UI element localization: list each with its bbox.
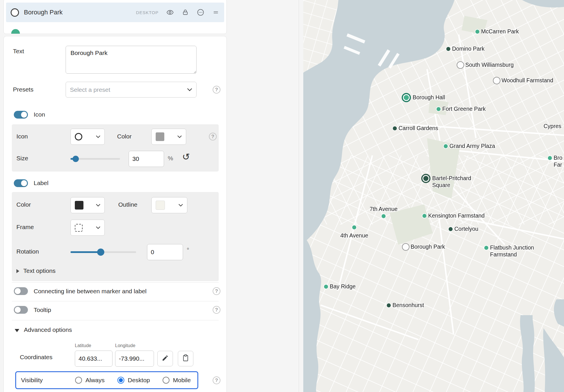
advanced-expander-icon[interactable] bbox=[15, 328, 19, 333]
marker-dot[interactable] bbox=[422, 175, 429, 182]
marker-dot[interactable] bbox=[381, 214, 386, 219]
marker-label: Flatbush JunctionFarmstand bbox=[490, 244, 534, 258]
presets-help-icon[interactable]: ? bbox=[213, 86, 220, 94]
rotation-slider[interactable] bbox=[70, 251, 136, 253]
size-unit: % bbox=[168, 155, 173, 162]
size-slider[interactable] bbox=[70, 158, 120, 160]
eye-icon[interactable] bbox=[166, 9, 174, 16]
map-canvas[interactable]: McCarren ParkDomino ParkSouth Williamsbu… bbox=[303, 0, 564, 392]
icon-toggle[interactable] bbox=[14, 111, 28, 119]
rotation-slider-thumb[interactable] bbox=[97, 249, 104, 256]
icon-color-select[interactable] bbox=[151, 129, 186, 145]
rotation-input[interactable] bbox=[147, 244, 183, 260]
marker-label: Grand Army Plaza bbox=[449, 142, 495, 149]
radio-desktop-label[interactable]: Desktop bbox=[128, 377, 150, 384]
marker-settings-panel: Text Borough Park Presets Select a prese… bbox=[3, 36, 227, 392]
coordinates-label: Coordinates bbox=[20, 354, 52, 361]
icon-shape-label: Icon bbox=[16, 133, 28, 140]
connecting-line-help-icon[interactable]: ? bbox=[213, 287, 220, 295]
edit-coordinates-button[interactable] bbox=[157, 351, 173, 366]
chevron-down-icon bbox=[96, 226, 100, 229]
frame-select[interactable] bbox=[70, 220, 105, 236]
radio-mobile-label[interactable]: Mobile bbox=[173, 377, 191, 384]
marker-dot[interactable] bbox=[352, 225, 357, 230]
circle-shape-icon bbox=[75, 133, 82, 140]
marker-dot[interactable] bbox=[436, 106, 441, 112]
text-options-label[interactable]: Text options bbox=[23, 267, 56, 274]
marker-dot[interactable] bbox=[443, 144, 448, 149]
size-input[interactable] bbox=[129, 151, 164, 167]
light-color-swatch bbox=[156, 201, 165, 210]
chevron-down-icon bbox=[96, 135, 100, 138]
rotation-label: Rotation bbox=[16, 248, 39, 255]
more-options-icon[interactable] bbox=[197, 9, 204, 16]
text-options-expander-icon[interactable] bbox=[16, 269, 19, 274]
drag-handle-icon[interactable] bbox=[212, 9, 220, 16]
chevron-down-icon bbox=[96, 204, 100, 207]
layer-item-borough-park[interactable]: Borough Park DESKTOP bbox=[6, 3, 224, 22]
marker-label: Domino Park bbox=[452, 45, 485, 52]
longitude-input[interactable] bbox=[115, 351, 154, 367]
map-markers-layer: McCarren ParkDomino ParkSouth Williamsbu… bbox=[303, 0, 564, 392]
label-toggle-label: Label bbox=[34, 180, 48, 187]
marker-dot[interactable] bbox=[448, 227, 453, 232]
chevron-down-icon bbox=[177, 135, 182, 138]
marker-label: Cortelyou bbox=[454, 225, 478, 232]
icon-shape-select[interactable] bbox=[70, 129, 105, 145]
size-label: Size bbox=[16, 155, 28, 162]
marker-dot[interactable] bbox=[386, 303, 391, 308]
marker-dot[interactable] bbox=[402, 243, 409, 251]
marker-dot[interactable] bbox=[475, 29, 480, 34]
next-layer-marker-icon bbox=[11, 29, 20, 34]
radio-mobile[interactable] bbox=[163, 377, 169, 384]
longitude-label: Longitude bbox=[115, 343, 135, 348]
marker-dot[interactable] bbox=[446, 46, 451, 52]
label-toggle[interactable] bbox=[14, 179, 28, 187]
advanced-options-label[interactable]: Advanced options bbox=[24, 326, 72, 333]
radio-always[interactable] bbox=[75, 377, 82, 384]
marker-dot[interactable] bbox=[547, 155, 552, 161]
marker-label: Kensington Farmstand bbox=[428, 212, 485, 219]
connecting-line-label: Connecting line between marker and label bbox=[34, 288, 206, 295]
copy-coordinates-button[interactable] bbox=[178, 351, 193, 366]
label-color-select[interactable] bbox=[70, 197, 105, 213]
marker-dot[interactable] bbox=[493, 77, 500, 84]
tooltip-help-icon[interactable]: ? bbox=[213, 306, 220, 314]
visibility-help-icon[interactable]: ? bbox=[213, 376, 220, 384]
text-label: Text bbox=[13, 48, 24, 55]
marker-dot[interactable] bbox=[422, 213, 427, 218]
presets-label: Presets bbox=[13, 86, 33, 93]
dark-color-swatch bbox=[75, 201, 83, 210]
marker-label: Bensonhurst bbox=[392, 302, 424, 309]
undo-icon[interactable]: ↺ bbox=[182, 153, 190, 161]
lock-icon[interactable] bbox=[182, 9, 189, 16]
icon-help-icon[interactable]: ? bbox=[209, 133, 217, 140]
outline-color-select[interactable] bbox=[151, 197, 187, 213]
marker-label: 4th Avenue bbox=[340, 232, 368, 239]
connecting-line-toggle[interactable] bbox=[14, 287, 28, 295]
rotation-unit: ° bbox=[187, 247, 189, 254]
clipboard-icon bbox=[182, 354, 189, 363]
marker-dot[interactable] bbox=[392, 126, 397, 131]
preset-select[interactable]: Select a preset bbox=[66, 82, 197, 98]
gray-color-swatch bbox=[156, 132, 164, 141]
marker-dot[interactable] bbox=[484, 245, 489, 250]
radio-desktop[interactable] bbox=[117, 377, 124, 384]
marker-label: BroFar bbox=[554, 154, 562, 168]
layers-list: Borough Park DESKTOP bbox=[3, 0, 227, 34]
marker-label: Woodhull Farmstand bbox=[502, 77, 553, 84]
chevron-down-icon bbox=[187, 88, 192, 91]
pencil-icon bbox=[162, 355, 169, 363]
marker-label: 7th Avenue bbox=[369, 205, 397, 212]
size-slider-thumb[interactable] bbox=[73, 156, 79, 162]
latitude-input[interactable] bbox=[75, 351, 113, 367]
marker-text-input[interactable]: Borough Park bbox=[66, 46, 197, 74]
marker-label: Borough Hall bbox=[413, 94, 445, 101]
layer-item-label: Borough Park bbox=[24, 9, 63, 16]
tooltip-toggle[interactable] bbox=[14, 306, 28, 314]
marker-dot[interactable] bbox=[457, 61, 464, 69]
marker-dot[interactable] bbox=[323, 284, 329, 289]
marker-dot[interactable] bbox=[403, 94, 410, 101]
dashed-frame-icon bbox=[75, 224, 83, 232]
radio-always-label[interactable]: Always bbox=[85, 377, 105, 384]
